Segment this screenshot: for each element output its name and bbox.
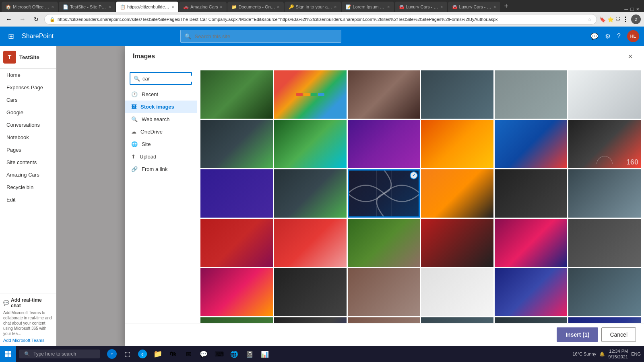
image-cell-23[interactable]: [495, 219, 567, 267]
image-cell-16[interactable]: [421, 169, 493, 218]
image-cell-5[interactable]: [495, 70, 567, 119]
taskbar-language[interactable]: ENG: [631, 352, 641, 356]
image-cell-31[interactable]: [200, 317, 273, 323]
image-cell-30[interactable]: [568, 268, 641, 317]
image-cell-34[interactable]: [421, 317, 493, 323]
dialog-nav-site[interactable]: 🌐 Site: [125, 138, 197, 150]
sidebar-item-google[interactable]: Google: [0, 106, 56, 119]
image-cell-9[interactable]: [348, 120, 420, 168]
browser-tab-8[interactable]: 🚘Luxury Cars - Sedans... ×: [395, 2, 447, 12]
taskbar-explorer[interactable]: 📁: [151, 347, 165, 361]
image-cell-33[interactable]: [348, 317, 420, 323]
taskbar-weather[interactable]: 16°C Sunny: [572, 352, 596, 356]
extension-1[interactable]: 🔖: [599, 16, 606, 23]
image-cell-6[interactable]: [568, 70, 641, 119]
back-button[interactable]: ←: [3, 14, 14, 25]
sidebar-item-pages[interactable]: Pages: [0, 144, 56, 156]
address-bar[interactable]: 🔒 https://citizenbuilders.sharepoint.com…: [44, 14, 597, 25]
dialog-nav-upload[interactable]: ⬆ Upload: [125, 150, 197, 163]
browser-tab-9[interactable]: 🚘Luxury Cars - Sedans... ×: [448, 2, 500, 12]
dialog-nav-web-search[interactable]: 🔍 Web search: [125, 113, 197, 125]
browser-close-button[interactable]: ×: [636, 6, 639, 12]
taskbar-excel[interactable]: 📊: [258, 347, 272, 361]
dialog-nav-stock-images[interactable]: 🖼 Stock images: [125, 101, 197, 113]
maximize-button[interactable]: □: [631, 6, 634, 12]
browser-tab-1[interactable]: 🏠Microsoft Office Home ×: [2, 2, 58, 12]
dialog-nav-from-link[interactable]: 🔗 From a link: [125, 163, 197, 175]
image-cell-21[interactable]: [348, 219, 420, 267]
taskbar-mail[interactable]: ✉: [181, 347, 196, 361]
dialog-nav-recent[interactable]: 🕐 Recent: [125, 88, 197, 101]
image-cell-27[interactable]: [348, 268, 420, 317]
image-cell-15[interactable]: ✓: [348, 169, 420, 218]
image-cell-17[interactable]: [495, 169, 567, 218]
image-cell-8[interactable]: [274, 120, 347, 168]
sidebar-item-amazing-cars[interactable]: Amazing Cars: [0, 169, 56, 181]
image-cell-10[interactable]: [421, 120, 493, 168]
image-cell-14[interactable]: [274, 169, 347, 218]
bookmark-icon[interactable]: ☆: [588, 17, 592, 22]
sidebar-item-notebook[interactable]: Notebook: [0, 131, 56, 144]
taskbar-notifications[interactable]: 🔔: [599, 352, 605, 357]
image-cell-4[interactable]: [421, 70, 493, 119]
image-cell-13[interactable]: [200, 169, 273, 218]
image-cell-25[interactable]: [200, 268, 273, 317]
new-tab-button[interactable]: +: [501, 0, 512, 12]
sidebar-item-recycle-bin[interactable]: Recycle bin: [0, 181, 56, 193]
three-dots-menu[interactable]: ⋮: [622, 16, 629, 23]
help-icon[interactable]: ?: [617, 33, 621, 40]
sidebar-item-cars[interactable]: Cars: [0, 94, 56, 106]
browser-tab-2[interactable]: 📄TestSite - Site Pages ×: [59, 2, 115, 12]
settings-icon[interactable]: ⚙: [605, 33, 611, 40]
avatar[interactable]: HL: [627, 30, 639, 42]
image-cell-3[interactable]: [348, 70, 420, 119]
search-box[interactable]: 🔍 ×: [130, 72, 192, 85]
add-teams-link[interactable]: Add Microsoft Teams: [3, 338, 53, 343]
image-cell-19[interactable]: [200, 219, 273, 267]
image-cell-22[interactable]: [421, 219, 493, 267]
taskbar-store[interactable]: 🛍: [166, 347, 180, 361]
image-cell-7[interactable]: [200, 120, 273, 168]
taskbar-cortana[interactable]: ○: [105, 347, 119, 361]
browser-tab-6[interactable]: 🔑Sign in to your accou... ×: [285, 2, 341, 12]
sidebar-item-home[interactable]: Home: [0, 69, 56, 81]
start-button[interactable]: [0, 346, 16, 362]
image-cell-32[interactable]: [274, 317, 347, 323]
extension-3[interactable]: 🛡: [615, 16, 621, 23]
image-grid-container[interactable]: 160: [197, 67, 644, 323]
taskbar-vscode[interactable]: ⌨: [212, 347, 226, 361]
sp-search-box[interactable]: 🔍: [180, 30, 341, 43]
sp-waffle-menu[interactable]: ⊞: [5, 30, 17, 42]
sidebar-item-site-contents[interactable]: Site contents: [0, 156, 56, 169]
forward-button[interactable]: →: [17, 14, 28, 25]
taskbar-onenote[interactable]: 📓: [242, 347, 257, 361]
dialog-close-button[interactable]: ×: [625, 51, 636, 62]
dialog-nav-onedrive[interactable]: ☁ OneDrive: [125, 125, 197, 138]
image-cell-35[interactable]: [495, 317, 567, 323]
image-cell-29[interactable]: [495, 268, 567, 317]
taskbar-task-view[interactable]: ⬚: [120, 347, 134, 361]
cancel-button[interactable]: Cancel: [601, 327, 636, 342]
image-cell-24[interactable]: [568, 219, 641, 267]
image-cell-36[interactable]: [568, 317, 641, 323]
taskbar-search[interactable]: 🔍 Type here to search: [19, 350, 100, 358]
image-cell-28[interactable]: [421, 268, 493, 317]
taskbar-edge[interactable]: e: [135, 347, 150, 361]
reload-button[interactable]: ↻: [31, 14, 42, 25]
image-cell-26[interactable]: [274, 268, 347, 317]
minimize-button[interactable]: ─: [624, 6, 628, 12]
browser-tab-5[interactable]: 📁Documents - OneDriv... ×: [227, 2, 284, 12]
browser-tab-4[interactable]: 🚗Amazing Cars ×: [179, 2, 227, 12]
sidebar-item-edit[interactable]: Edit: [0, 193, 56, 206]
image-cell-12[interactable]: 160: [568, 120, 641, 168]
sidebar-item-expenses[interactable]: Expenses Page: [0, 81, 56, 94]
sp-search-input[interactable]: [194, 33, 337, 39]
browser-tab-7[interactable]: 📝Lorem Ipsum - All the... ×: [342, 2, 394, 12]
image-cell-2[interactable]: [274, 70, 347, 119]
browser-tab-3[interactable]: 📋https://citizenbuilders... ×: [116, 2, 178, 12]
taskbar-teams[interactable]: 💬: [196, 347, 211, 361]
taskbar-chrome[interactable]: 🌐: [227, 347, 242, 361]
image-cell-11[interactable]: [495, 120, 567, 168]
image-cell-20[interactable]: [274, 219, 347, 267]
chat-icon[interactable]: 💬: [590, 33, 599, 40]
